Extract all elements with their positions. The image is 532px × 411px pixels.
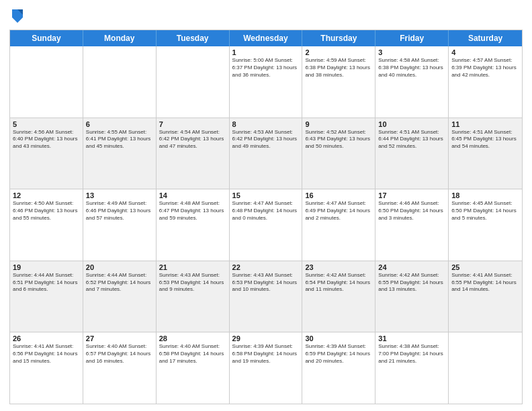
cell-day-number: 17 xyxy=(378,191,445,199)
cell-info-text: Sunrise: 4:38 AM Sunset: 7:00 PM Dayligh… xyxy=(378,343,445,365)
cell-day-number: 27 xyxy=(86,334,153,342)
calendar-cell-r4-c6 xyxy=(449,332,522,404)
cell-info-text: Sunrise: 4:55 AM Sunset: 6:41 PM Dayligh… xyxy=(86,129,153,150)
calendar-row-1: 5Sunrise: 4:56 AM Sunset: 6:40 PM Daylig… xyxy=(10,118,522,189)
cell-day-number: 13 xyxy=(86,191,153,199)
cell-day-number: 23 xyxy=(305,263,372,271)
weekday-header-sunday: Sunday xyxy=(10,30,83,46)
cell-info-text: Sunrise: 4:43 AM Sunset: 6:53 PM Dayligh… xyxy=(159,272,226,293)
calendar-row-3: 19Sunrise: 4:44 AM Sunset: 6:51 PM Dayli… xyxy=(10,261,522,332)
calendar-cell-r0-c5: 3Sunrise: 4:58 AM Sunset: 6:38 PM Daylig… xyxy=(375,46,449,118)
header xyxy=(9,7,523,26)
cell-info-text: Sunrise: 4:54 AM Sunset: 6:42 PM Dayligh… xyxy=(159,129,226,150)
calendar-cell-r0-c2 xyxy=(157,46,230,118)
cell-info-text: Sunrise: 4:49 AM Sunset: 6:46 PM Dayligh… xyxy=(86,200,153,222)
cell-day-number: 19 xyxy=(13,263,80,271)
cell-info-text: Sunrise: 4:48 AM Sunset: 6:47 PM Dayligh… xyxy=(159,200,226,222)
weekday-header-friday: Friday xyxy=(375,30,449,46)
cell-info-text: Sunrise: 4:44 AM Sunset: 6:52 PM Dayligh… xyxy=(86,272,153,293)
calendar-cell-r0-c3: 1Sunrise: 5:00 AM Sunset: 6:37 PM Daylig… xyxy=(230,46,303,118)
cell-day-number: 2 xyxy=(305,48,372,56)
cell-day-number: 11 xyxy=(451,120,519,128)
cell-day-number: 4 xyxy=(451,48,519,56)
cell-day-number: 30 xyxy=(305,334,372,342)
calendar-cell-r1-c4: 9Sunrise: 4:52 AM Sunset: 6:43 PM Daylig… xyxy=(302,118,375,189)
cell-day-number: 16 xyxy=(305,191,372,199)
cell-info-text: Sunrise: 4:40 AM Sunset: 6:57 PM Dayligh… xyxy=(86,343,153,365)
cell-day-number: 25 xyxy=(451,263,519,271)
calendar-row-2: 12Sunrise: 4:50 AM Sunset: 6:46 PM Dayli… xyxy=(10,189,522,261)
calendar-cell-r1-c2: 7Sunrise: 4:54 AM Sunset: 6:42 PM Daylig… xyxy=(157,118,230,189)
cell-info-text: Sunrise: 4:44 AM Sunset: 6:51 PM Dayligh… xyxy=(13,272,80,293)
cell-day-number: 9 xyxy=(305,120,372,128)
cell-info-text: Sunrise: 4:39 AM Sunset: 6:59 PM Dayligh… xyxy=(305,343,372,365)
weekday-header-tuesday: Tuesday xyxy=(157,30,230,46)
calendar: SundayMondayTuesdayWednesdayThursdayFrid… xyxy=(9,30,523,404)
calendar-cell-r2-c4: 16Sunrise: 4:47 AM Sunset: 6:49 PM Dayli… xyxy=(302,189,375,261)
cell-info-text: Sunrise: 4:53 AM Sunset: 6:42 PM Dayligh… xyxy=(232,129,300,150)
weekday-header-wednesday: Wednesday xyxy=(230,30,303,46)
cell-day-number: 28 xyxy=(159,334,226,342)
calendar-cell-r0-c4: 2Sunrise: 4:59 AM Sunset: 6:38 PM Daylig… xyxy=(302,46,375,118)
calendar-cell-r2-c5: 17Sunrise: 4:46 AM Sunset: 6:50 PM Dayli… xyxy=(375,189,449,261)
calendar-cell-r4-c5: 31Sunrise: 4:38 AM Sunset: 7:00 PM Dayli… xyxy=(375,332,449,404)
page: SundayMondayTuesdayWednesdayThursdayFrid… xyxy=(0,0,532,411)
cell-day-number: 6 xyxy=(86,120,153,128)
calendar-cell-r1-c5: 10Sunrise: 4:51 AM Sunset: 6:44 PM Dayli… xyxy=(375,118,449,189)
calendar-cell-r1-c1: 6Sunrise: 4:55 AM Sunset: 6:41 PM Daylig… xyxy=(83,118,157,189)
cell-info-text: Sunrise: 4:39 AM Sunset: 6:58 PM Dayligh… xyxy=(232,343,300,365)
cell-info-text: Sunrise: 4:50 AM Sunset: 6:46 PM Dayligh… xyxy=(13,200,80,222)
calendar-cell-r2-c0: 12Sunrise: 4:50 AM Sunset: 6:46 PM Dayli… xyxy=(10,189,83,261)
calendar-cell-r2-c1: 13Sunrise: 4:49 AM Sunset: 6:46 PM Dayli… xyxy=(83,189,157,261)
cell-info-text: Sunrise: 4:41 AM Sunset: 6:55 PM Dayligh… xyxy=(451,272,519,293)
cell-info-text: Sunrise: 4:43 AM Sunset: 6:53 PM Dayligh… xyxy=(232,272,300,293)
cell-info-text: Sunrise: 4:51 AM Sunset: 6:44 PM Dayligh… xyxy=(378,129,445,150)
cell-info-text: Sunrise: 4:57 AM Sunset: 6:39 PM Dayligh… xyxy=(451,57,519,79)
cell-day-number: 21 xyxy=(159,263,226,271)
cell-info-text: Sunrise: 4:41 AM Sunset: 6:56 PM Dayligh… xyxy=(13,343,80,365)
cell-info-text: Sunrise: 4:56 AM Sunset: 6:40 PM Dayligh… xyxy=(13,129,80,150)
cell-day-number: 1 xyxy=(232,48,300,56)
cell-info-text: Sunrise: 4:42 AM Sunset: 6:55 PM Dayligh… xyxy=(378,272,445,293)
calendar-cell-r4-c1: 27Sunrise: 4:40 AM Sunset: 6:57 PM Dayli… xyxy=(83,332,157,404)
cell-info-text: Sunrise: 4:52 AM Sunset: 6:43 PM Dayligh… xyxy=(305,129,372,150)
calendar-cell-r1-c6: 11Sunrise: 4:51 AM Sunset: 6:45 PM Dayli… xyxy=(449,118,522,189)
cell-day-number: 22 xyxy=(232,263,300,271)
logo-icon xyxy=(9,7,26,26)
cell-day-number: 7 xyxy=(159,120,226,128)
calendar-cell-r2-c6: 18Sunrise: 4:45 AM Sunset: 6:50 PM Dayli… xyxy=(449,189,522,261)
calendar-cell-r3-c4: 23Sunrise: 4:42 AM Sunset: 6:54 PM Dayli… xyxy=(302,261,375,332)
cell-info-text: Sunrise: 4:42 AM Sunset: 6:54 PM Dayligh… xyxy=(305,272,372,293)
calendar-cell-r0-c0 xyxy=(10,46,83,118)
calendar-cell-r3-c6: 25Sunrise: 4:41 AM Sunset: 6:55 PM Dayli… xyxy=(449,261,522,332)
cell-day-number: 24 xyxy=(378,263,445,271)
cell-info-text: Sunrise: 4:47 AM Sunset: 6:49 PM Dayligh… xyxy=(305,200,372,222)
calendar-header: SundayMondayTuesdayWednesdayThursdayFrid… xyxy=(10,30,522,46)
calendar-cell-r3-c3: 22Sunrise: 4:43 AM Sunset: 6:53 PM Dayli… xyxy=(230,261,303,332)
weekday-header-thursday: Thursday xyxy=(302,30,375,46)
cell-day-number: 29 xyxy=(232,334,300,342)
calendar-cell-r4-c2: 28Sunrise: 4:40 AM Sunset: 6:58 PM Dayli… xyxy=(157,332,230,404)
cell-info-text: Sunrise: 4:51 AM Sunset: 6:45 PM Dayligh… xyxy=(451,129,519,150)
cell-info-text: Sunrise: 4:40 AM Sunset: 6:58 PM Dayligh… xyxy=(159,343,226,365)
cell-day-number: 26 xyxy=(13,334,80,342)
weekday-header-monday: Monday xyxy=(83,30,157,46)
calendar-row-0: 1Sunrise: 5:00 AM Sunset: 6:37 PM Daylig… xyxy=(10,46,522,118)
cell-day-number: 10 xyxy=(378,120,445,128)
cell-day-number: 3 xyxy=(378,48,445,56)
cell-day-number: 5 xyxy=(13,120,80,128)
cell-day-number: 12 xyxy=(13,191,80,199)
calendar-cell-r2-c3: 15Sunrise: 4:47 AM Sunset: 6:48 PM Dayli… xyxy=(230,189,303,261)
calendar-cell-r2-c2: 14Sunrise: 4:48 AM Sunset: 6:47 PM Dayli… xyxy=(157,189,230,261)
calendar-cell-r1-c3: 8Sunrise: 4:53 AM Sunset: 6:42 PM Daylig… xyxy=(230,118,303,189)
cell-info-text: Sunrise: 4:58 AM Sunset: 6:38 PM Dayligh… xyxy=(378,57,445,79)
cell-day-number: 20 xyxy=(86,263,153,271)
cell-info-text: Sunrise: 4:45 AM Sunset: 6:50 PM Dayligh… xyxy=(451,200,519,222)
calendar-body: 1Sunrise: 5:00 AM Sunset: 6:37 PM Daylig… xyxy=(10,46,522,404)
calendar-row-4: 26Sunrise: 4:41 AM Sunset: 6:56 PM Dayli… xyxy=(10,332,522,404)
calendar-cell-r0-c1 xyxy=(83,46,157,118)
calendar-cell-r4-c3: 29Sunrise: 4:39 AM Sunset: 6:58 PM Dayli… xyxy=(230,332,303,404)
cell-info-text: Sunrise: 4:46 AM Sunset: 6:50 PM Dayligh… xyxy=(378,200,445,222)
weekday-header-saturday: Saturday xyxy=(449,30,522,46)
logo xyxy=(9,7,28,26)
